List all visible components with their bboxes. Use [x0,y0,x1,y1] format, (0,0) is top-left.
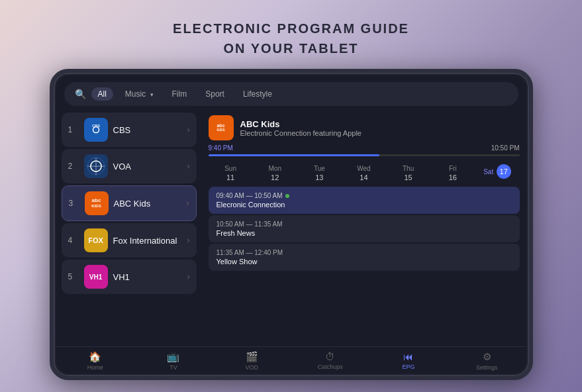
schedule-item-2[interactable]: 10:50 AM — 11:35 AM Fresh News [209,215,520,242]
channel-logo-cbs: CBS [84,118,108,142]
epg-panel: abc KIDS ABC Kids Electronic Connection … [202,110,526,346]
svg-text:CBS: CBS [92,124,100,128]
nav-settings[interactable]: ⚙ Settings [448,351,526,371]
channel-logo-abc: abc KIDS [85,191,109,215]
nav-home[interactable]: 🏠 Home [56,351,134,371]
catchups-icon: ⏱ [325,351,335,362]
epg-progress-track [209,154,520,156]
tablet: 🔍 All Music ▾ Film Sport Lifestyle 1 CBS… [50,69,533,380]
filter-bar: 🔍 All Music ▾ Film Sport Lifestyle [64,82,518,106]
epg-icon: ⏮ [403,351,413,362]
day-sat[interactable]: Sat 17 [475,164,519,179]
filter-tab-sport[interactable]: Sport [199,87,231,101]
epg-time-bar: 9:40 PM 10:50 PM [209,144,520,152]
channel-item-1[interactable]: 1 CBS CBS › [62,113,197,147]
day-selector: Sun 11 Mon 12 Tue 13 Wed 14 [209,162,520,181]
schedule-item-1[interactable]: 09:40 AM — 10:50 AM Elecronic Connection [209,187,520,214]
main-content: 1 CBS CBS › 2 VOA › 3 [56,110,526,346]
channel-arrow: › [187,199,189,208]
channel-arrow: › [187,162,190,171]
settings-icon: ⚙ [483,351,491,363]
nav-tv[interactable]: 📺 TV [134,351,213,371]
schedule-item-3[interactable]: 11:35 AM — 12:40 PM Yellow Show [209,244,520,271]
epg-progress-fill [209,154,380,156]
page-title: ELECTRONIC PROGRAM GUIDE ON YOUR TABLET [173,19,409,58]
live-indicator [285,194,289,198]
day-tue[interactable]: Tue 13 [297,162,342,181]
dropdown-arrow-music: ▾ [150,91,154,98]
filter-tab-film[interactable]: Film [166,87,194,101]
channel-item-4[interactable]: 4 FOX Fox International › [62,223,197,258]
nav-catchups[interactable]: ⏱ Catchups [291,351,369,371]
channel-logo-vh1: VH1 [84,265,108,289]
tablet-screen: 🔍 All Music ▾ Film Sport Lifestyle 1 CBS… [56,75,526,373]
day-sun[interactable]: Sun 11 [209,162,253,181]
camera-bump [50,215,54,234]
channel-logo-voa [84,154,108,178]
search-icon[interactable]: 🔍 [75,89,86,99]
filter-tab-music[interactable]: Music ▾ [119,87,160,101]
channel-list: 1 CBS CBS › 2 VOA › 3 [56,110,202,346]
home-icon: 🏠 [89,351,101,363]
epg-header: abc KIDS ABC Kids Electronic Connection … [209,115,520,140]
bottom-nav: 🏠 Home 📺 TV 🎬 VOD ⏱ Catchups ⏮ EPG ⚙ Se [56,346,526,373]
epg-channel-info: ABC Kids Electronic Connection featuring… [240,119,520,137]
filter-tab-lifestyle[interactable]: Lifestyle [236,87,279,101]
nav-epg[interactable]: ⏮ EPG [369,351,448,371]
filter-tab-all[interactable]: All [91,87,113,101]
epg-channel-logo: abc KIDS [209,115,234,140]
day-wed[interactable]: Wed 14 [342,162,386,181]
channel-arrow: › [187,272,190,281]
channel-item-5[interactable]: 5 VH1 VH1 › [62,260,197,294]
day-mon[interactable]: Mon 12 [253,162,297,181]
channel-item-3[interactable]: 3 abc KIDS ABC Kids › [62,185,197,221]
channel-logo-fox: FOX [84,228,108,252]
channel-item-2[interactable]: 2 VOA › [62,149,197,183]
day-fri[interactable]: Fri 16 [430,162,475,181]
channel-arrow: › [187,236,190,245]
day-thu[interactable]: Thu 15 [386,162,430,181]
schedule-list: 09:40 AM — 10:50 AM Elecronic Connection… [209,187,520,271]
channel-arrow: › [187,125,190,134]
tv-icon: 📺 [167,351,179,363]
vod-icon: 🎬 [246,351,258,363]
nav-vod[interactable]: 🎬 VOD [213,351,291,371]
